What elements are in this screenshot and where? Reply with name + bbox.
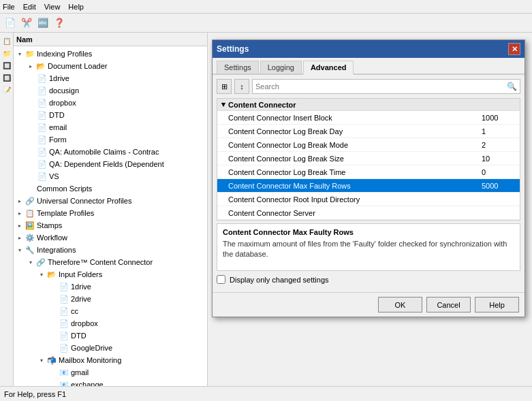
section-collapse-icon[interactable]: ▾ [221, 100, 225, 109]
changed-only-label[interactable]: Display only changed settings [230, 276, 329, 284]
settings-row-0[interactable]: Content Connector Insert Block 1000 [217, 111, 520, 125]
tree-expand-icon[interactable]: ▸ [15, 208, 25, 218]
settings-row-4[interactable]: Content Connector Log Break Time 0 [217, 165, 520, 179]
tree-node-mailbox-monitoring[interactable]: ▾📬Mailbox Monitoring [14, 354, 207, 366]
right-panel: Settings ✕ Settings Logging Advanced ⊞ [208, 33, 532, 386]
settings-row-3[interactable]: Content Connector Log Break Size 10 [217, 152, 520, 165]
tree-node-label: Integrations [37, 246, 76, 254]
tree-node-docusign[interactable]: 📄docusign [14, 84, 207, 97]
ok-button[interactable]: OK [378, 297, 422, 312]
tree-expand-icon[interactable]: ▸ [15, 221, 25, 230]
setting-value: 10 [482, 155, 516, 163]
tree-node-dropbox[interactable]: 📄dropbox [14, 97, 207, 109]
tree-node-label: DTD [49, 111, 65, 119]
menu-view[interactable]: View [44, 3, 61, 11]
toolbar-btn-help[interactable]: ❓ [52, 16, 67, 31]
dialog-overlay: Settings ✕ Settings Logging Advanced ⊞ [208, 33, 532, 386]
tree-node-input-folders[interactable]: ▾📂Input Folders [14, 268, 207, 280]
setting-name: Content Connector Log Break Mode [228, 141, 482, 149]
side-btn-5[interactable]: 📝 [1, 84, 12, 95]
tree-node-template-profiles[interactable]: ▸📋Template Profiles [14, 207, 207, 219]
tree-node-icon: 🔧 [25, 244, 35, 255]
tree-expand-icon[interactable]: ▾ [37, 270, 46, 279]
cancel-button[interactable]: Cancel [426, 297, 471, 312]
tree-expand-icon[interactable]: ▸ [26, 61, 35, 71]
tree-node-common-scripts[interactable]: Common Scripts [14, 182, 207, 195]
tree-node-VS[interactable]: 📄VS [14, 170, 207, 182]
side-btn-3[interactable]: 🔲 [1, 60, 12, 71]
tree-node-DTD[interactable]: 📄DTD [14, 109, 207, 121]
tree-node-mb-gmail[interactable]: 📧gmail [14, 366, 207, 379]
tree-node-if-cc[interactable]: 📄cc [14, 305, 207, 317]
settings-row-2[interactable]: Content Connector Log Break Mode 2 [217, 138, 520, 152]
tree-node-icon: 📄 [37, 134, 48, 145]
menu-help[interactable]: Help [68, 3, 84, 11]
search-box: 🔍 [252, 79, 520, 94]
tree-node-qa-dep[interactable]: 📄QA: Dependent Fields (Dependent [14, 158, 207, 170]
toolbar-sort-icon[interactable]: ↕ [234, 79, 249, 94]
tree-node-label: Form [49, 135, 67, 144]
tree-node-if-1drive[interactable]: 📄1drive [14, 280, 207, 293]
tree-node-if-2drive[interactable]: 📄2drive [14, 293, 207, 305]
tab-settings[interactable]: Settings [217, 61, 259, 74]
setting-value: 0 [482, 168, 516, 176]
settings-row-1[interactable]: Content Connector Log Break Day 1 [217, 125, 520, 138]
side-btn-2[interactable]: 📁 [1, 48, 12, 59]
changed-only-checkbox[interactable] [217, 275, 225, 284]
search-input[interactable] [255, 82, 507, 91]
tree-node-therefore-connector[interactable]: ▾🔗Therefore™ Content Connector [14, 256, 207, 268]
side-btn-4[interactable]: 🔲 [1, 72, 12, 83]
tree-node-workflow[interactable]: ▸⚙️Workflow [14, 231, 207, 244]
tab-logging[interactable]: Logging [260, 61, 302, 74]
menu-file[interactable]: File [3, 3, 15, 11]
tree-node-document-loader[interactable]: ▸📂Document Loader [14, 60, 207, 72]
dialog-tabs: Settings Logging Advanced [213, 58, 525, 75]
tree-expand-icon[interactable]: ▸ [15, 233, 25, 242]
tree-node-if-DTD[interactable]: 📄DTD [14, 330, 207, 342]
help-button[interactable]: Help [475, 297, 519, 312]
tree-node-integrations[interactable]: ▾🔧Integrations [14, 244, 207, 256]
tab-advanced[interactable]: Advanced [303, 61, 354, 75]
setting-name: Content Connector Root Input Directory [228, 195, 482, 204]
tree-node-stamps[interactable]: ▸🖼️Stamps [14, 219, 207, 231]
tree-node-1drive[interactable]: 📄1drive [14, 72, 207, 84]
toolbar-btn-2[interactable]: ✂️ [19, 16, 34, 31]
dialog-close-button[interactable]: ✕ [508, 43, 520, 55]
tree-node-icon: 🖼️ [25, 220, 35, 231]
settings-dialog: Settings ✕ Settings Logging Advanced ⊞ [212, 39, 525, 317]
tree-node-if-googledrive[interactable]: 📄GoogleDrive [14, 342, 207, 354]
tree-container[interactable]: ▾📁Indexing Profiles▸📂Document Loader📄1dr… [14, 46, 207, 386]
side-btn-1[interactable]: 📋 [1, 35, 12, 46]
tree-expand-icon[interactable]: ▸ [15, 196, 25, 206]
tree-expand-icon[interactable]: ▾ [15, 245, 25, 255]
settings-rows-container: Content Connector Insert Block 1000 Cont… [217, 111, 520, 220]
tree-node-email[interactable]: 📄email [14, 121, 207, 133]
tree-node-label: email [49, 123, 67, 131]
tree-node-indexing-profiles[interactable]: ▾📁Indexing Profiles [14, 48, 207, 60]
toolbar-grid-icon[interactable]: ⊞ [217, 79, 232, 94]
setting-name: Content Connector Max Faulty Rows [228, 182, 482, 190]
tree-expand-icon[interactable]: ▾ [26, 257, 35, 267]
settings-row-7[interactable]: Content Connector Server [217, 206, 520, 220]
setting-name: Content Connector Log Break Time [228, 168, 482, 176]
tree-node-mb-exchange[interactable]: 📧exchange [14, 379, 207, 386]
toolbar-btn-1[interactable]: 📄 [3, 16, 18, 31]
search-icon[interactable]: 🔍 [507, 82, 517, 91]
tree-node-icon: 📄 [59, 281, 69, 292]
tree-node-universal-connector[interactable]: ▸🔗Universal Connector Profiles [14, 195, 207, 207]
menu-edit[interactable]: Edit [23, 3, 36, 11]
settings-row-5[interactable]: Content Connector Max Faulty Rows 5000 [217, 179, 520, 193]
tree-node-Form[interactable]: 📄Form [14, 133, 207, 146]
description-text: The maximum amount of files from the 'Fa… [223, 239, 514, 260]
tree-node-icon: 📂 [35, 61, 46, 71]
settings-table[interactable]: ▾ Content Connector Content Connector In… [217, 98, 520, 221]
tree-node-qa-auto[interactable]: 📄QA: Automobile Claims - Contrac [14, 146, 207, 158]
tree-node-if-dropbox[interactable]: 📄dropbox [14, 317, 207, 330]
tree-expand-icon[interactable]: ▾ [37, 355, 46, 365]
settings-row-6[interactable]: Content Connector Root Input Directory [217, 193, 520, 206]
dialog-content: ⊞ ↕ 🔍 ▾ Content Connector [213, 75, 525, 289]
tree-node-label: QA: Dependent Fields (Dependent [49, 160, 164, 168]
tree-node-icon: 📄 [59, 318, 69, 329]
toolbar-btn-3[interactable]: 🔤 [35, 16, 50, 31]
tree-expand-icon[interactable]: ▾ [15, 49, 25, 59]
